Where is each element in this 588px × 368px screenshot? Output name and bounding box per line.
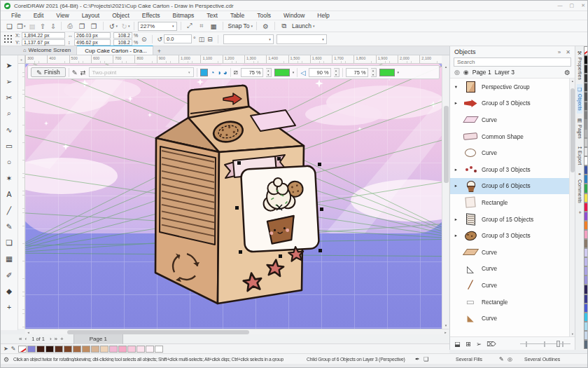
object-row[interactable]: ◺ Curve [450, 261, 575, 278]
layer-settings-gear-icon[interactable]: ⚙ [564, 69, 570, 76]
expand-caret-icon[interactable]: ▾ [453, 84, 459, 90]
object-row[interactable]: ◣ Curve [450, 310, 575, 327]
fill-pen-icon[interactable]: ✒ [415, 356, 420, 362]
style-dropdown-2[interactable]: ▾ [276, 34, 327, 44]
object-row[interactable]: ▸ Group of 3 Objects [450, 161, 575, 178]
interactive-fill-tool[interactable]: ◆ [2, 282, 17, 299]
options-gear-icon[interactable]: ⚙ [260, 22, 271, 30]
search-input[interactable] [457, 59, 568, 65]
ruler-origin-button[interactable]: + [18, 55, 25, 64]
mirror-horizontal-icon[interactable]: ◫ [199, 36, 205, 43]
docker-tab[interactable]: ⚒ Properties [577, 48, 582, 83]
new-layer-icon[interactable]: ⊞ [465, 340, 471, 348]
dropdown-caret-icon[interactable]: ▾ [24, 24, 26, 28]
color-swatch[interactable] [55, 346, 63, 353]
color-swatch[interactable] [100, 346, 108, 353]
color-swatch[interactable] [584, 331, 588, 340]
object-row[interactable]: ▸ Group of 6 Objects [450, 178, 575, 195]
last-page-button[interactable]: » [55, 336, 57, 342]
chevron-down-icon[interactable]: ▾ [293, 70, 295, 74]
copy-icon[interactable]: ❐ [77, 22, 88, 30]
color-swatch[interactable] [146, 346, 154, 353]
color-swatch[interactable] [584, 239, 588, 248]
more-tools-button[interactable]: + [2, 299, 17, 315]
right-plane-opacity-field[interactable]: 75 % [346, 68, 368, 77]
mirror-vertical-icon[interactable]: ⊟ [207, 36, 213, 43]
object-row[interactable]: Curve [450, 244, 575, 261]
color-swatch[interactable] [118, 346, 127, 353]
color-swatch[interactable] [109, 346, 118, 353]
paper-color-swatch[interactable] [200, 69, 208, 76]
expand-caret-icon[interactable]: ▸ [453, 183, 459, 189]
dimension-tool[interactable]: ╱ [2, 202, 17, 218]
freehand-tool[interactable]: ∿ [2, 121, 17, 137]
search-box[interactable] [454, 57, 571, 67]
stepper-control[interactable]: ▴▾ [334, 68, 340, 77]
new-document-icon[interactable]: ❏ [4, 22, 15, 30]
color-swatch[interactable] [36, 346, 45, 353]
color-swatch[interactable] [584, 184, 588, 193]
color-swatch[interactable] [136, 346, 145, 353]
expand-caret-icon[interactable]: ▸ [453, 217, 459, 222]
color-swatch[interactable] [584, 340, 588, 349]
docker-tab[interactable]: ❏ Objects [577, 84, 582, 114]
object-width-field[interactable]: 266.03 px [74, 32, 111, 39]
pick-tool[interactable]: ➤ [2, 57, 17, 73]
chevron-down-icon[interactable]: ▾ [322, 37, 324, 41]
menu-item[interactable]: Bitmaps [167, 12, 201, 19]
menu-item[interactable]: Help [311, 12, 335, 19]
text-tool[interactable]: A [2, 186, 17, 202]
docker-tab[interactable]: ▤ Pages [577, 115, 582, 142]
thumbnail-size-slider[interactable] [520, 340, 570, 348]
page-tab[interactable]: Page 1 [74, 334, 123, 344]
y-plane-icon[interactable]: ◑ [217, 69, 221, 76]
chevron-down-icon[interactable]: ▾ [313, 24, 315, 28]
color-swatch[interactable] [91, 346, 99, 353]
outline-circle-icon[interactable]: ◎ [507, 356, 512, 362]
object-row[interactable]: ╱ Curve [450, 277, 575, 294]
docker-tab[interactable]: ❝ Comments [577, 170, 582, 206]
slider-handle[interactable] [556, 341, 560, 347]
save-icon[interactable]: ▤ [27, 22, 38, 30]
color-swatch[interactable] [584, 304, 588, 313]
grid-opacity-field[interactable]: 75 % [241, 68, 263, 77]
menu-item[interactable]: Object [106, 12, 136, 19]
color-swatch[interactable] [73, 346, 81, 353]
fill-swatch-icon[interactable]: ❏ [424, 356, 428, 362]
color-swatch[interactable] [584, 203, 588, 212]
color-swatch[interactable] [584, 102, 588, 111]
canvas-artwork[interactable] [25, 64, 442, 329]
layers-icon[interactable]: ⬓ [454, 340, 461, 348]
object-row[interactable]: ▾ Perspective Group [450, 79, 575, 95]
color-swatch[interactable] [64, 346, 72, 353]
shape-tool[interactable]: ➢ [2, 73, 17, 89]
show-rulers-icon[interactable]: ⌗ [197, 22, 207, 30]
menu-item[interactable]: Effects [136, 12, 167, 19]
menu-item[interactable]: Layout [76, 12, 106, 19]
expand-caret-icon[interactable]: ▸ [453, 233, 459, 238]
horizontal-ruler[interactable]: 3004005006007008009001,0001,1001,2001,30… [25, 55, 442, 64]
scrollbar-thumb[interactable] [444, 106, 449, 183]
add-page-button[interactable]: + [60, 336, 64, 342]
vertical-ruler[interactable] [18, 64, 25, 329]
object-row[interactable]: ▸ Group of 3 Objects [450, 95, 575, 112]
rectangle-tool[interactable]: ▭ [2, 137, 17, 154]
page-label[interactable]: Page 1 [472, 69, 491, 76]
docker-tab[interactable]: ↥ Export [577, 143, 582, 168]
color-swatch[interactable] [82, 346, 90, 353]
expand-caret-icon[interactable]: ▸ [453, 100, 459, 106]
ellipse-tool[interactable]: ○ [2, 154, 17, 170]
docker-tab[interactable]: + [578, 207, 582, 217]
color-swatch[interactable] [127, 346, 136, 353]
crop-tool[interactable]: ✂ [2, 89, 17, 105]
z-plane-icon[interactable]: ◕ [223, 69, 227, 76]
menu-item[interactable]: Text [200, 12, 224, 19]
color-swatch[interactable] [584, 212, 588, 221]
polygon-tool[interactable]: ✶ [2, 170, 17, 186]
object-row[interactable]: ▸ Group of 15 Objects [450, 211, 575, 228]
color-swatch[interactable] [46, 346, 54, 353]
chevron-down-icon[interactable]: ▾ [188, 70, 190, 74]
import-icon[interactable]: ⇪ [38, 22, 48, 30]
paste-icon[interactable]: ❐ [89, 22, 99, 30]
launch-icon[interactable]: ⧉ [279, 22, 289, 30]
